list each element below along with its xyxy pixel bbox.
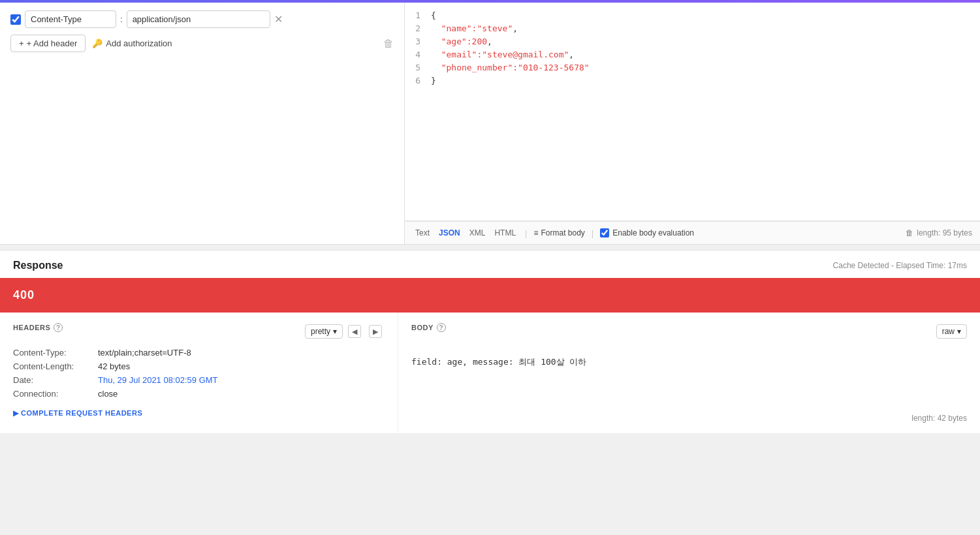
line-number-1: 1 [405,9,431,22]
code-line-3: 3 "age":200, [405,35,980,48]
pretty-label: pretty [311,327,330,336]
line-content-5: "phone_number":"010-123-5678" [431,61,590,74]
line-content-6: } [431,74,436,87]
add-auth-label: Add authorization [106,38,172,48]
line-number-3: 3 [405,35,431,48]
action-row: + + Add header 🔑 Add authorization 🗑 [10,35,394,52]
headers-section-label: HEADERS ? [13,323,63,332]
nav-right-arrow[interactable]: ▶ [369,325,382,338]
code-line-1: 1 { [405,9,980,22]
length-info: 🗑 length: 95 bytes [906,228,972,237]
header-checkbox[interactable] [10,14,21,25]
tab-html[interactable]: HTML [492,227,518,239]
body-text: field: age, message: 최대 100살 이하 [411,357,587,367]
header-key-date: Date: [13,375,98,385]
raw-dropdown-icon: ▾ [957,327,961,336]
headers-info-icon: ? [54,323,63,332]
key-icon: 🔑 [92,38,103,48]
header-key-input[interactable] [25,10,116,28]
header-item-content-length: Content-Length: 42 bytes [13,361,385,371]
delete-all-button[interactable]: 🗑 [383,38,394,50]
header-item-content-type: Content-Type: text/plain;charset=UTF-8 [13,348,385,358]
code-line-5: 5 "phone_number":"010-123-5678" [405,61,980,74]
divider-1: | [525,228,527,238]
response-header: Response Cache Detected - Elapsed Time: … [0,251,980,278]
header-key-content-length: Content-Length: [13,361,98,371]
format-icon: ≡ [533,228,538,237]
headers-label-row: HEADERS ? pretty ▾ ◀ ▶ [13,323,385,340]
format-body-button[interactable]: ≡ Format body [533,228,584,237]
divider-2: | [592,228,593,238]
headers-label-text: HEADERS [13,324,50,331]
response-headers-panel: HEADERS ? pretty ▾ ◀ ▶ Content-Type [0,313,398,433]
add-authorization-button[interactable]: 🔑 Add authorization [92,38,172,48]
format-body-label: Format body [541,228,584,237]
header-key-connection: Connection: [13,389,98,399]
response-body: HEADERS ? pretty ▾ ◀ ▶ Content-Type [0,313,980,433]
line-number-2: 2 [405,22,431,35]
header-item-connection: Connection: close [13,389,385,399]
nav-left-arrow[interactable]: ◀ [348,325,361,338]
line-content-2: "name":"steve", [431,22,518,35]
delete-icon: 🗑 [906,228,913,237]
raw-label: raw [942,327,955,336]
header-value-content-type: text/plain;charset=UTF-8 [98,348,191,358]
length-text: length: 95 bytes [917,228,972,237]
header-value-input[interactable] [127,10,270,28]
line-number-6: 6 [405,74,431,87]
response-section: Response Cache Detected - Elapsed Time: … [0,250,980,433]
response-body-panel: BODY ? raw ▾ field: age, message: 최대 100… [398,313,980,433]
body-info-icon: ? [437,323,446,332]
line-content-1: { [431,9,436,22]
editor-panel: 1 { 2 "name":"steve", 3 "age":200, 4 "em… [405,3,980,244]
enable-eval-checkbox[interactable] [600,228,609,237]
status-bar: 400 [0,278,980,313]
body-label-text: BODY [411,324,434,331]
header-key-content-type: Content-Type: [13,348,98,358]
header-item-date: Date: Thu, 29 Jul 2021 08:02:59 GMT [13,375,385,385]
main-container: : ✕ + + Add header 🔑 Add authorization 🗑 [0,0,980,535]
status-code: 400 [13,288,35,301]
pretty-dropdown-icon: ▾ [333,327,337,336]
header-row: : ✕ [10,10,394,28]
add-header-button[interactable]: + + Add header [10,35,86,52]
enable-eval-text: Enable body evaluation [612,228,694,237]
line-content-3: "age":200, [431,35,492,48]
enable-eval-label[interactable]: Enable body evaluation [600,228,694,237]
remove-header-button[interactable]: ✕ [274,13,283,25]
line-number-4: 4 [405,48,431,61]
response-title: Response [13,260,63,271]
code-editor[interactable]: 1 { 2 "name":"steve", 3 "age":200, 4 "em… [405,3,980,221]
plus-icon: + [19,38,24,48]
line-content-4: "email":"steve@gmail.com", [431,48,574,61]
cache-info: Cache Detected - Elapsed Time: 17ms [833,261,967,270]
tab-xml[interactable]: XML [467,227,488,239]
raw-select[interactable]: raw ▾ [936,324,967,339]
request-section: : ✕ + + Add header 🔑 Add authorization 🗑 [0,3,980,245]
header-table: Content-Type: text/plain;charset=UTF-8 C… [13,348,385,399]
editor-toolbar: Text JSON XML HTML | ≡ Format body | Ena… [405,221,980,244]
line-number-5: 5 [405,61,431,74]
complete-request-label: ▶ COMPLETE REQUEST HEADERS [13,409,142,418]
add-header-label: + Add header [27,38,78,48]
tab-json[interactable]: JSON [436,227,463,239]
header-value-date: Thu, 29 Jul 2021 08:02:59 GMT [98,375,218,385]
header-value-connection: close [98,389,118,399]
code-line-4: 4 "email":"steve@gmail.com", [405,48,980,61]
code-line-2: 2 "name":"steve", [405,22,980,35]
header-colon: : [120,14,123,24]
header-value-content-length: 42 bytes [98,361,130,371]
code-line-6: 6 } [405,74,980,87]
complete-request-toggle[interactable]: ▶ COMPLETE REQUEST HEADERS [13,409,385,418]
body-content: field: age, message: 최대 100살 이하 [411,350,967,374]
body-section-label: BODY ? [411,323,446,332]
body-label-row: BODY ? raw ▾ [411,323,967,340]
body-length: length: 42 bytes [411,414,967,423]
tab-text[interactable]: Text [413,227,432,239]
pretty-select[interactable]: pretty ▾ [305,324,343,339]
headers-panel: : ✕ + + Add header 🔑 Add authorization 🗑 [0,3,405,244]
